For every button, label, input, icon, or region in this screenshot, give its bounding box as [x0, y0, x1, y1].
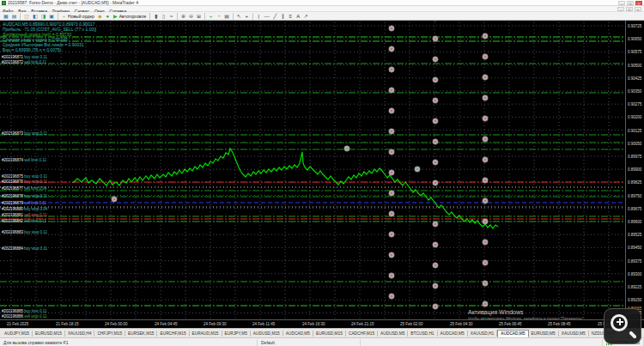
price-axis-label: 0.89225: [628, 285, 641, 289]
chart-restore-button[interactable]: □: [626, 7, 633, 11]
expert-advisors-icon[interactable]: ●: [104, 13, 112, 20]
chart-area[interactable]: AUDCAD,M5 0.89990 0.90071 0.89973 0.9001…: [0, 21, 644, 319]
price-axis-label: 0.89525: [628, 233, 641, 237]
order-label: #202196874 sell limit 0.11: [2, 158, 46, 162]
price-axis-label: 0.90275: [628, 102, 641, 106]
order-label: #202196875 buy stop 0.11: [2, 174, 47, 179]
chart-close-button[interactable]: ×: [635, 7, 641, 11]
chart-tabs-bar: AUDJPY,M15EURUSD,M15XAUUSD,H4CHFJPY,M15E…: [0, 328, 644, 337]
autotrading-icon[interactable]: ▶: [112, 13, 119, 20]
time-axis-label: 24 Feb 16:30: [302, 322, 325, 326]
order-label: #202196884 buy stop 0.11: [2, 246, 47, 251]
new-order-icon[interactable]: +: [60, 13, 68, 20]
price-axis-label: 0.90500: [628, 64, 641, 68]
time-axis-label: 24 Feb 09:30: [204, 322, 227, 326]
windows-activation-watermark: Активация Windows: [468, 310, 524, 314]
price-axis-label: 0.89825: [628, 180, 641, 185]
chart-tab-xauusd-m5[interactable]: XAUUSD,M5: [559, 331, 589, 337]
order-label: #202196877 sell limit 0.04: [2, 186, 46, 191]
order-label: #202196879 sell limit 0.11: [2, 201, 46, 205]
maximize-button[interactable]: □: [627, 1, 634, 5]
hline-tool-icon[interactable]: —: [263, 13, 271, 20]
chart-tab-audusd-m15[interactable]: AUDUSD,M15: [251, 331, 283, 337]
price-axis-label: 0.89300: [628, 272, 641, 276]
magnifier-plus-icon: [619, 319, 621, 325]
magnifier-overlay-icon[interactable]: [604, 308, 641, 344]
chart-overlay-line: Бид = 0.89990 (75 п = 0.0075): [3, 48, 61, 52]
chart-tab-eurchf-m15[interactable]: EURCHF,M15: [157, 331, 189, 337]
chart-minimize-button[interactable]: –: [617, 7, 624, 11]
periods-icon[interactable]: ◔: [215, 13, 222, 20]
candles-chart-icon[interactable]: ▯: [160, 13, 167, 20]
tile-windows-icon[interactable]: ⊞: [195, 13, 203, 20]
time-axis-label: 25 Feb 08:45: [548, 322, 571, 326]
close-button[interactable]: ×: [635, 1, 642, 5]
price-axis-label: 0.89675: [628, 207, 641, 211]
chart-tab-eursek-m15[interactable]: EURSEK,M15: [125, 331, 157, 337]
templates-icon[interactable]: ▤: [222, 13, 231, 20]
trendline-tool-icon[interactable]: ╱: [271, 13, 279, 20]
minimize-button[interactable]: –: [618, 1, 625, 5]
fibonacci-tool-icon[interactable]: ≡: [287, 13, 295, 20]
bars-chart-icon[interactable]: ▮: [152, 13, 160, 20]
order-label: #202196876 buy stop 0.11: [2, 179, 47, 184]
chart-tab-xauusd-h1[interactable]: XAUUSD,H1: [468, 331, 497, 337]
autotrading-button-label[interactable]: Автоторговля: [119, 14, 146, 19]
toolbar-separator: [58, 13, 58, 20]
time-axis-label: 21 Feb 2025: [7, 322, 28, 326]
order-label: #202196872 sell limit 0.11: [2, 60, 46, 64]
order-label: #202196883 buy stop 0.11: [2, 230, 47, 234]
order-label: #202196878 buy stop 0.11: [2, 194, 47, 198]
chart-tab-euraud-m15[interactable]: EURAUD,M15: [190, 331, 222, 337]
chart-tab-eurjpy-m5[interactable]: EURJPY,M5: [222, 331, 251, 337]
time-axis[interactable]: 21 Feb 202521 Feb 18:1524 Feb 00:0024 Fe…: [0, 319, 644, 328]
profiles-icon[interactable]: ▤: [10, 13, 19, 20]
new-order-button-label[interactable]: Новый ордер: [68, 14, 94, 19]
order-label: #202196881 sell stop 0.11: [2, 213, 46, 217]
price-axis-label: 0.89975: [628, 155, 641, 159]
chart-tab-audcad-m5[interactable]: AUDCAD,M5: [438, 331, 468, 337]
price-axis-label: 0.90050: [628, 142, 641, 146]
chart-tab-audjpy-m15[interactable]: AUDJPY,M15: [2, 331, 33, 337]
chart-tab-xauusd-h4[interactable]: XAUUSD,H4: [65, 331, 94, 337]
vline-tool-icon[interactable]: |: [255, 13, 263, 20]
arrows-tool-icon[interactable]: ↗: [302, 13, 310, 20]
order-label: #202196873 buy stop 0.11: [2, 131, 47, 136]
toolbar-separator: [149, 13, 150, 20]
zoom-in-icon[interactable]: ⊕: [179, 13, 187, 20]
chart-tab-audcad-m5[interactable]: AUDCAD,M5: [497, 330, 528, 337]
zoom-out-icon[interactable]: ⊖: [187, 13, 195, 20]
chart-tab-audcad-m5[interactable]: AUDCAD,M5: [283, 331, 313, 337]
metaeditor-icon[interactable]: ◆: [96, 13, 104, 20]
price-axis-label: 0.90575: [628, 50, 641, 54]
text-tool-icon[interactable]: A: [295, 13, 302, 20]
price-axis-label: 0.90350: [628, 89, 641, 94]
chart-tab-cadchf-m15[interactable]: CADCHF,M15: [346, 331, 378, 337]
chart-tab-audusd-m5[interactable]: AUDUSD,M5: [378, 331, 408, 337]
data-window-icon[interactable]: ◧: [31, 13, 39, 20]
order-label: #202196886 sell stop 0.11: [2, 314, 46, 319]
chart-tab-eurusd-m5[interactable]: EURUSD,M5: [529, 331, 559, 337]
price-axis-label: 0.89375: [628, 259, 641, 264]
indicators-icon[interactable]: +: [207, 13, 215, 20]
navigator-icon[interactable]: ◨: [39, 13, 48, 20]
chart-tab-chfjpy-m15[interactable]: CHFJPY,M15: [94, 331, 125, 337]
time-axis-label: 21 Feb 18:15: [56, 322, 79, 326]
chart-tab-btcusd-h1[interactable]: BTCUSD,H1: [408, 331, 437, 337]
new-chart-icon[interactable]: ▦: [2, 13, 10, 20]
price-axis-label: 0.90200: [628, 115, 641, 119]
toolbar-separator: [252, 13, 253, 20]
status-profile[interactable]: Default: [258, 339, 361, 346]
time-axis-label: 24 Feb 00:00: [105, 322, 128, 326]
market-watch-icon[interactable]: ◫: [22, 13, 31, 20]
crosshair-icon[interactable]: +: [243, 13, 251, 20]
channel-tool-icon[interactable]: ∥: [279, 13, 287, 20]
terminal-icon[interactable]: ▣: [47, 13, 56, 20]
status-bar: Для вызова справки нажмите F1 Default 10…: [0, 337, 644, 346]
price-axis-label: 0.89900: [628, 167, 641, 172]
cursor-icon[interactable]: ↖: [235, 13, 243, 20]
chart-tab-eurusd-m15[interactable]: EURUSD,M15: [33, 331, 65, 337]
chart-tab-eurusd-m15[interactable]: EURUSD,M15: [313, 331, 346, 337]
order-label: #202196871 buy stop 0.11: [2, 55, 47, 59]
line-chart-icon[interactable]: ≈: [167, 13, 175, 20]
